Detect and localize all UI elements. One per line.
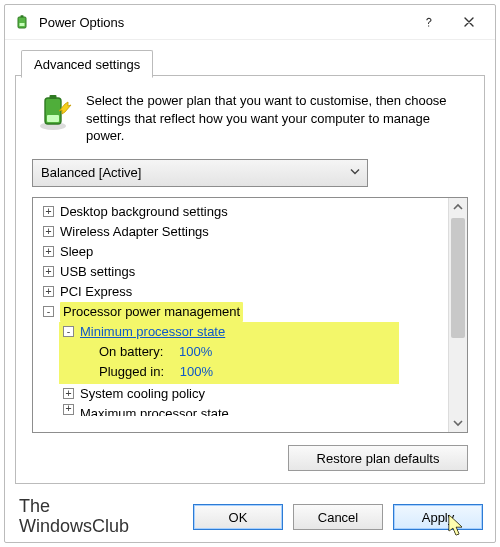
- battery-large-icon: [32, 92, 74, 134]
- expand-icon[interactable]: +: [43, 226, 54, 237]
- tree-item-desktop-bg[interactable]: +Desktop background settings: [37, 202, 445, 222]
- tab-advanced-settings[interactable]: Advanced settings: [21, 50, 153, 78]
- tab-strip: Advanced settings: [15, 50, 485, 76]
- setting-label: On battery:: [99, 342, 163, 362]
- restore-plan-defaults-button[interactable]: Restore plan defaults: [288, 445, 468, 471]
- tree-label: Maximum processor state: [80, 404, 229, 416]
- tree-label: Processor power management: [60, 302, 243, 322]
- scroll-down-button[interactable]: [449, 414, 467, 432]
- highlighted-block: -Minimum processor state On battery: 100…: [59, 322, 399, 384]
- ok-button[interactable]: OK: [193, 504, 283, 530]
- expand-icon[interactable]: +: [63, 404, 74, 415]
- setting-label: Plugged in:: [99, 362, 164, 382]
- tree-item-processor-mgmt[interactable]: -Processor power management: [37, 302, 445, 322]
- tree-vertical-scrollbar[interactable]: [448, 198, 467, 432]
- power-plan-select[interactable]: Balanced [Active]: [32, 159, 368, 187]
- power-plan-selected: Balanced [Active]: [41, 165, 141, 180]
- tree-item-sleep[interactable]: +Sleep: [37, 242, 445, 262]
- collapse-icon[interactable]: -: [63, 326, 74, 337]
- scroll-track[interactable]: [449, 216, 467, 414]
- tree-item-min-processor-state[interactable]: -Minimum processor state: [59, 322, 399, 342]
- dialog-footer: The WindowsClub OK Cancel Apply: [5, 494, 495, 542]
- tree-label: USB settings: [60, 262, 135, 282]
- tree-label: Wireless Adapter Settings: [60, 222, 209, 242]
- tree-label-link[interactable]: Minimum processor state: [80, 322, 225, 342]
- collapse-icon[interactable]: -: [43, 306, 54, 317]
- svg-rect-5: [50, 95, 57, 99]
- watermark-brand: The WindowsClub: [19, 496, 129, 536]
- tree-viewport: +Desktop background settings +Wireless A…: [33, 198, 449, 432]
- cancel-button[interactable]: Cancel: [293, 504, 383, 530]
- restore-row: Restore plan defaults: [32, 445, 468, 471]
- settings-tree[interactable]: +Desktop background settings +Wireless A…: [32, 197, 468, 433]
- expand-icon[interactable]: +: [43, 286, 54, 297]
- expand-icon[interactable]: +: [43, 266, 54, 277]
- tree-item-pci[interactable]: +PCI Express: [37, 282, 445, 302]
- advanced-settings-panel: Select the power plan that you want to c…: [15, 76, 485, 484]
- intro-text: Select the power plan that you want to c…: [86, 92, 468, 145]
- setting-value: 100%: [179, 342, 212, 362]
- tree-label: System cooling policy: [80, 384, 205, 404]
- window-content: Advanced settings Select the power: [5, 40, 495, 494]
- tree-label: Desktop background settings: [60, 202, 228, 222]
- tree-item-cooling-policy[interactable]: +System cooling policy: [37, 384, 445, 404]
- tree-label: Sleep: [60, 242, 93, 262]
- tree-row-on-battery[interactable]: On battery: 100%: [59, 342, 399, 362]
- brand-line2: WindowsClub: [19, 516, 129, 536]
- tree-item-usb[interactable]: +USB settings: [37, 262, 445, 282]
- svg-rect-1: [21, 15, 24, 17]
- tree-item-wireless[interactable]: +Wireless Adapter Settings: [37, 222, 445, 242]
- window-title: Power Options: [39, 15, 409, 30]
- setting-value: 100%: [180, 362, 213, 382]
- tree-row-plugged-in[interactable]: Plugged in: 100%: [59, 362, 399, 382]
- expand-icon[interactable]: +: [43, 206, 54, 217]
- tree-item-max-processor-state[interactable]: +Maximum processor state: [37, 404, 445, 416]
- svg-rect-2: [20, 23, 25, 26]
- close-button[interactable]: [449, 8, 489, 36]
- chevron-down-icon: [349, 165, 361, 180]
- intro-row: Select the power plan that you want to c…: [32, 92, 468, 145]
- svg-rect-0: [18, 17, 26, 28]
- tree-label: PCI Express: [60, 282, 132, 302]
- scroll-thumb[interactable]: [451, 218, 465, 338]
- title-bar: Power Options: [5, 5, 495, 40]
- scroll-up-button[interactable]: [449, 198, 467, 216]
- brand-line1: The: [19, 496, 129, 516]
- power-options-window: Power Options Advanced settings: [4, 4, 496, 543]
- apply-button[interactable]: Apply: [393, 504, 483, 530]
- expand-icon[interactable]: +: [63, 388, 74, 399]
- battery-icon: [15, 14, 31, 30]
- svg-rect-6: [47, 115, 59, 122]
- help-button[interactable]: [409, 8, 449, 36]
- expand-icon[interactable]: +: [43, 246, 54, 257]
